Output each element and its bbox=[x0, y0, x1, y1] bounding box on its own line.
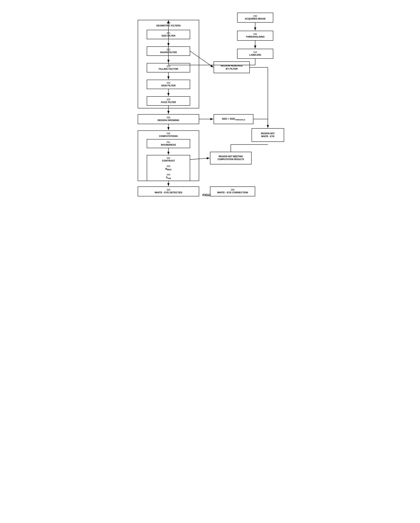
labeling-label: LABELING bbox=[249, 53, 261, 57]
shape-filter-label: SHAPE FILTER bbox=[160, 51, 177, 54]
labeling-number: 310 bbox=[253, 51, 257, 53]
filling-factor-label: FILLING FACTOR bbox=[159, 68, 178, 71]
box-size-filter: 321 SIZE FILTER bbox=[147, 30, 190, 39]
box-contrast: 342 CONTRAST bbox=[147, 155, 190, 164]
box-shape-filter: 322 SHAPE FILTER bbox=[147, 46, 190, 56]
savg-number: 344 bbox=[167, 173, 170, 176]
region-growing-number: 330 bbox=[167, 116, 170, 119]
savg-label: Savg bbox=[166, 176, 171, 180]
wec-label: WHITE - EYE CORRECTION bbox=[217, 191, 248, 194]
box-region-not-white-eye: REGION NOT WHITE - EYE bbox=[252, 128, 284, 142]
box-roundness: 341 ROUNDNESS bbox=[147, 139, 190, 148]
box-face-filter: 325 FACE FILTER bbox=[147, 96, 190, 106]
wed-label: WHITE - EYE DETECTED bbox=[155, 191, 182, 194]
region-not-white-eye-label: REGION NOT WHITE - EYE bbox=[261, 132, 275, 138]
face-filter-number: 325 bbox=[167, 98, 170, 101]
box-savg: 344 Savg bbox=[147, 172, 190, 181]
acquired-image-number: 250 bbox=[253, 15, 257, 17]
shape-filter-number: 322 bbox=[167, 49, 170, 51]
size-filter-label: SIZE FILTER bbox=[161, 34, 175, 37]
skin-filter-label: SKIN FILTER bbox=[161, 84, 175, 87]
acquired-image-label: ACQUIRED IMAGE bbox=[245, 17, 266, 20]
gf-label: GEOMETRIC FILTERS bbox=[156, 24, 181, 27]
region-not-meeting-label: REGION NOT MEETING COMPUTATION RESULTS bbox=[218, 155, 244, 161]
bmax-number: 343 bbox=[167, 165, 170, 167]
roundness-label: ROUNDNESS bbox=[161, 143, 176, 147]
size-threshold-label: SIZE > SIZETHRESHOLD bbox=[222, 117, 245, 121]
face-filter-label: FACE FILTER bbox=[161, 101, 176, 104]
box-region-not-meeting: REGION NOT MEETING COMPUTATION RESULTS bbox=[210, 152, 252, 164]
box-acquired-image: 250 ACQUIRED IMAGE bbox=[237, 13, 273, 23]
box-skin-filter: 324 SKIN FILTER bbox=[147, 80, 190, 89]
box-thresholding: 300 THRESHOLDING bbox=[237, 31, 273, 41]
box-filling-factor: 323 FILLING FACTOR bbox=[147, 63, 190, 73]
roundness-number: 341 bbox=[167, 141, 170, 143]
contrast-number: 342 bbox=[167, 157, 170, 159]
filling-factor-number: 323 bbox=[167, 65, 170, 68]
box-bmax: 343 BMAX bbox=[147, 163, 190, 172]
box-region-growing: 330 REGION GROWING bbox=[138, 114, 199, 124]
wec-number: 399 bbox=[231, 189, 234, 191]
region-removed-label: REGION REMOVED BY FILTER bbox=[221, 64, 243, 70]
size-filter-number: 321 bbox=[167, 32, 170, 34]
box-size-threshold: SIZE > SIZETHRESHOLD bbox=[214, 114, 253, 124]
box-white-eye-detected: 350 WHITE - EYE DETECTED bbox=[138, 187, 199, 196]
diagram-wrapper: 250 ACQUIRED IMAGE 300 THRESHOLDING 310 … bbox=[132, 9, 288, 190]
box-white-eye-correction: 399 WHITE - EYE CORRECTION bbox=[210, 187, 255, 196]
computations-label: COMPUTATIONS bbox=[159, 135, 178, 138]
box-labeling: 310 LABELING bbox=[237, 49, 273, 59]
bmax-label: BMAX bbox=[165, 167, 171, 171]
skin-filter-number: 324 bbox=[167, 82, 170, 84]
box-region-removed: REGION REMOVED BY FILTER bbox=[214, 61, 250, 73]
wed-number: 350 bbox=[167, 189, 170, 191]
thresholding-label: THRESHOLDING bbox=[246, 35, 264, 39]
region-growing-label: REGION GROWING bbox=[157, 119, 179, 122]
contrast-label: CONTRAST bbox=[162, 159, 175, 163]
thresholding-number: 300 bbox=[253, 33, 257, 35]
